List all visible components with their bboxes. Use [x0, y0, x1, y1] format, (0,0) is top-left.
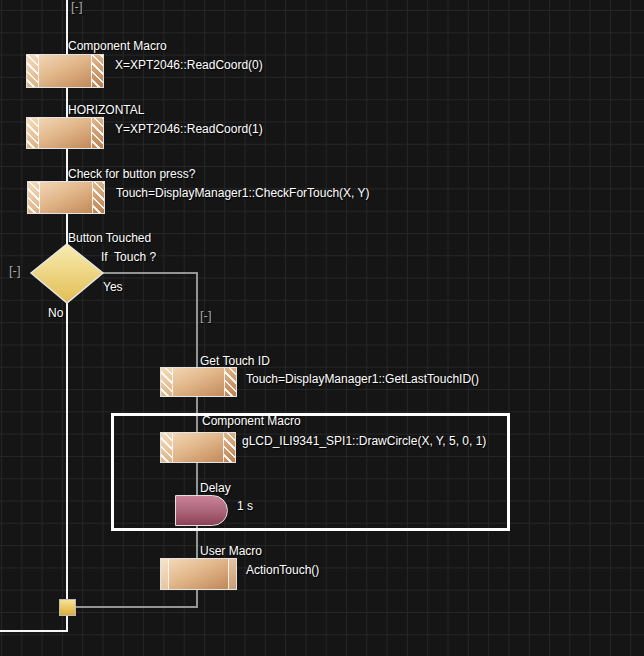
macro-draw-circle-label: Component Macro	[202, 414, 301, 428]
hatch-band-icon	[91, 118, 103, 148]
macro-read-y-label: HORIZONTAL	[68, 103, 144, 117]
hatch-band-icon	[27, 55, 39, 87]
macro-check-touch-label: Check for button press?	[68, 167, 195, 181]
decision-condition-text: If Touch ?	[101, 250, 156, 264]
decision-diamond[interactable]	[29, 243, 105, 305]
main-stem-line	[66, 0, 68, 632]
yes-branch-return-horizontal	[76, 606, 198, 608]
hatch-band-icon	[223, 433, 235, 462]
delay-value-text: 1 s	[237, 499, 253, 513]
flowchart-canvas: [-] [-] [-] Component Macro X=XPT2046::R…	[0, 0, 644, 656]
main-stem-bottom-horizontal	[0, 630, 68, 632]
yes-branch-line-horizontal	[103, 272, 198, 274]
user-macro-text: ActionTouch()	[246, 563, 319, 577]
macro-check-touch-text: Touch=DisplayManager1::CheckForTouch(X, …	[116, 186, 370, 200]
macro-read-x-label: Component Macro	[68, 39, 167, 53]
hatch-band-icon	[224, 368, 236, 396]
hatch-band-icon	[91, 55, 103, 87]
user-macro-label: User Macro	[200, 544, 262, 558]
decision-yes-label: Yes	[103, 280, 123, 294]
solid-band-icon	[228, 559, 236, 589]
macro-get-touch-id-label: Get Touch ID	[200, 354, 270, 368]
macro-check-touch-box[interactable]	[27, 181, 105, 214]
macro-draw-circle-box[interactable]	[160, 432, 236, 463]
decision-no-label: No	[48, 306, 63, 320]
branch-merge-connector[interactable]	[59, 599, 76, 616]
macro-read-x-text: X=XPT2046::ReadCoord(0)	[115, 58, 263, 72]
delay-shape[interactable]	[175, 495, 228, 526]
selection-rectangle[interactable]	[111, 413, 510, 531]
hatch-band-icon	[92, 182, 104, 213]
delay-label: Delay	[200, 481, 231, 495]
macro-read-y-text: Y=XPT2046::ReadCoord(1)	[115, 122, 263, 136]
hatch-band-icon	[161, 433, 173, 462]
collapse-marker-yes-branch[interactable]: [-]	[200, 309, 212, 323]
macro-get-touch-id-box[interactable]	[160, 367, 237, 397]
macro-draw-circle-text: gLCD_ILI9341_SPI1::DrawCircle(X, Y, 5, 0…	[242, 434, 486, 448]
collapse-marker-top[interactable]: [-]	[71, 0, 83, 14]
macro-read-y-box[interactable]	[26, 117, 104, 149]
decision-label: Button Touched	[68, 231, 151, 245]
hatch-band-icon	[27, 118, 39, 148]
user-macro-box[interactable]	[160, 558, 237, 590]
macro-get-touch-id-text: Touch=DisplayManager1::GetLastTouchID()	[246, 372, 479, 386]
hatch-band-icon	[28, 182, 40, 213]
macro-read-x-box[interactable]	[26, 54, 104, 88]
hatch-band-icon	[161, 368, 173, 396]
collapse-marker-decision[interactable]: [-]	[9, 264, 21, 278]
solid-band-icon	[161, 559, 169, 589]
